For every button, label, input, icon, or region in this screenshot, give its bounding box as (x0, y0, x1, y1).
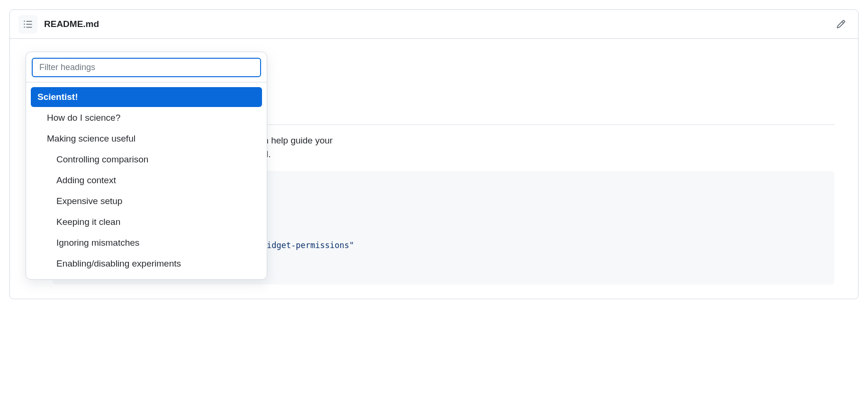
toc-item[interactable]: Keeping it clean (31, 212, 262, 232)
toc-popup-header (26, 52, 267, 82)
list-icon (23, 19, 33, 29)
pencil-icon (836, 19, 846, 29)
toc-popup: Scientist!How do I science?Making scienc… (26, 52, 267, 280)
toc-item[interactable]: How do I science? (31, 108, 262, 128)
toc-item[interactable]: Controlling comparison (31, 150, 262, 169)
toc-item[interactable]: Ignoring mismatches (31, 233, 262, 253)
file-title: README.md (44, 19, 99, 29)
toc-list[interactable]: Scientist!How do I science?Making scienc… (26, 82, 267, 279)
toc-item[interactable]: Scientist! (31, 87, 262, 107)
toc-item[interactable]: Expensive setup (31, 191, 262, 211)
readme-header: README.md (10, 10, 858, 38)
toc-item[interactable]: Adding context (31, 170, 262, 190)
toc-button[interactable] (18, 15, 37, 34)
toc-item[interactable]: Making science useful (31, 129, 262, 149)
toc-item[interactable]: Enabling/disabling experiments (31, 254, 262, 274)
filter-headings-input[interactable] (32, 58, 261, 77)
edit-button[interactable] (832, 16, 850, 33)
header-actions (832, 16, 850, 33)
readme-box: README.md critical paths. CI passing (9, 9, 859, 299)
